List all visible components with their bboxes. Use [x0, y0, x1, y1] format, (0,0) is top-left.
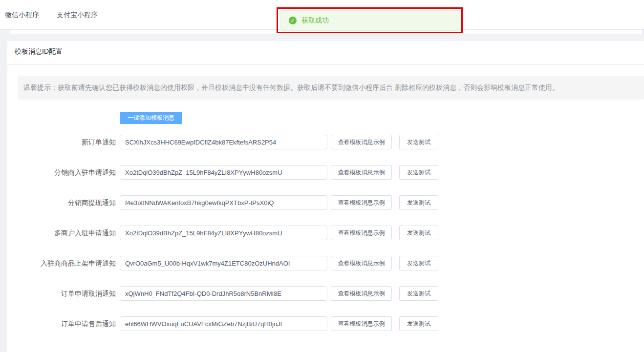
send-test-button[interactable]: 发送测试: [399, 286, 438, 301]
form-row-order-cancel-apply: 订单申请取消通知 查看模板消息示例 发送测试: [7, 286, 644, 301]
template-id-input[interactable]: [120, 135, 327, 149]
view-template-example-button[interactable]: 查看模板消息示例: [331, 195, 392, 210]
template-id-input[interactable]: [120, 316, 327, 331]
view-template-example-button[interactable]: 查看模板消息示例: [331, 256, 392, 270]
warm-notice-banner: 温馨提示：获取前请先确认您已获得模板消息的使用权限，并且模板消息中没有任何数据。…: [18, 76, 644, 100]
send-test-button[interactable]: 发送测试: [399, 226, 438, 240]
view-template-example-button[interactable]: 查看模板消息示例: [331, 135, 392, 149]
send-test-button[interactable]: 发送测试: [399, 165, 438, 180]
form-row-distributor-withdraw: 分销商提现通知 查看模板消息示例 发送测试: [7, 195, 644, 210]
view-template-example-button[interactable]: 查看模板消息示例: [331, 226, 392, 240]
send-test-button[interactable]: 发送测试: [399, 135, 438, 149]
form-row-order-aftersale-apply: 订单申请售后通知 查看模板消息示例 发送测试: [7, 316, 644, 331]
template-message-config-card: 模板消息ID配置 温馨提示：获取前请先确认您已获得模板消息的使用权限，并且模板消…: [7, 41, 644, 352]
form-row-multi-merchant-entry: 多商户入驻申请通知 查看模板消息示例 发送测试: [7, 226, 644, 240]
send-test-button[interactable]: 发送测试: [399, 256, 438, 270]
row-label: 新订单通知: [7, 135, 116, 149]
row-label: 分销商入驻申请通知: [7, 165, 116, 180]
template-id-input[interactable]: [120, 226, 327, 240]
toast-message: 获取成功: [301, 16, 329, 25]
template-id-input[interactable]: [120, 256, 327, 270]
row-label: 订单申请取消通知: [7, 286, 116, 301]
page: 微信小程序 支付宝小程序 模板消息ID配置 温馨提示：获取前请先确认您已获得模板…: [0, 0, 644, 352]
row-label: 多商户入驻申请通知: [7, 226, 116, 240]
view-template-example-button[interactable]: 查看模板消息示例: [331, 286, 392, 301]
tab-wechat-miniprogram[interactable]: 微信小程序: [5, 0, 39, 29]
send-test-button[interactable]: 发送测试: [399, 195, 438, 210]
row-label: 入驻商商品上架申请通知: [7, 256, 116, 270]
view-template-example-button[interactable]: 查看模板消息示例: [331, 316, 392, 331]
section-title: 模板消息ID配置: [15, 47, 63, 56]
send-test-button[interactable]: 发送测试: [399, 316, 438, 331]
template-id-input[interactable]: [120, 165, 327, 180]
form-row-new-order: 新订单通知 查看模板消息示例 发送测试: [7, 135, 644, 149]
template-id-input[interactable]: [120, 195, 327, 210]
row-label: 订单申请售后通知: [7, 316, 116, 331]
view-template-example-button[interactable]: 查看模板消息示例: [331, 165, 392, 180]
form-row-distributor-entry: 分销商入驻申请通知 查看模板消息示例 发送测试: [7, 165, 644, 180]
row-label: 分销商提现通知: [7, 195, 116, 210]
success-toast: 获取成功: [280, 10, 460, 31]
success-check-icon: [289, 17, 297, 24]
tab-alipay-miniprogram[interactable]: 支付宝小程序: [57, 0, 98, 29]
form-row-product-shelf-apply: 入驻商商品上架申请通知 查看模板消息示例 发送测试: [7, 256, 644, 270]
template-id-input[interactable]: [120, 286, 327, 301]
one-click-add-template-button[interactable]: 一键添加模板消息: [120, 112, 182, 124]
title-divider: [7, 64, 644, 65]
